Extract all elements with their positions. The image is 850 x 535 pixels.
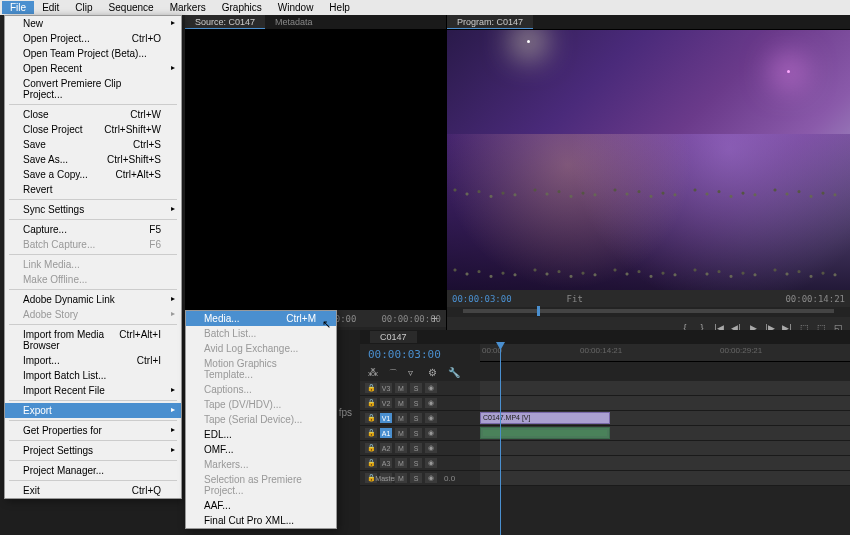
solo-icon[interactable]: S xyxy=(410,398,422,408)
mute-icon[interactable]: M xyxy=(395,443,407,453)
track-row: 🔒A2MS◉ xyxy=(360,441,850,456)
menu-graphics[interactable]: Graphics xyxy=(214,1,270,14)
mute-icon[interactable]: M xyxy=(395,473,407,483)
menu-item[interactable]: Convert Premiere Clip Project... xyxy=(5,76,181,102)
marker-icon[interactable]: ▿ xyxy=(408,367,420,379)
track-content[interactable]: C0147.MP4 [V] xyxy=(480,411,850,425)
submenu-item[interactable]: OMF... xyxy=(186,442,336,457)
lock-icon[interactable]: 🔒 xyxy=(365,458,377,468)
menu-item: Adobe Story xyxy=(5,307,181,322)
eye-icon[interactable]: ◉ xyxy=(425,413,437,423)
file-menu: NewOpen Project...Ctrl+OOpen Team Projec… xyxy=(4,15,182,499)
track-toggle[interactable]: A1 xyxy=(380,428,392,438)
menu-markers[interactable]: Markers xyxy=(162,1,214,14)
eye-icon[interactable]: ◉ xyxy=(425,428,437,438)
timeline-ruler[interactable]: 00:00 00:00:14:21 00:00:29:21 xyxy=(480,344,850,362)
menu-item[interactable]: Import from Media BrowserCtrl+Alt+I xyxy=(5,327,181,353)
menu-item: Make Offline... xyxy=(5,272,181,287)
program-tab[interactable]: Program: C0147 xyxy=(447,15,533,29)
eye-icon[interactable]: ◉ xyxy=(425,458,437,468)
menu-item[interactable]: Get Properties for xyxy=(5,423,181,438)
menu-item[interactable]: Open Team Project (Beta)... xyxy=(5,46,181,61)
mute-icon[interactable]: M xyxy=(395,413,407,423)
lock-icon[interactable]: 🔒 xyxy=(365,413,377,423)
menu-file[interactable]: File xyxy=(2,1,34,14)
track-toggle[interactable]: A2 xyxy=(380,443,392,453)
track-content[interactable] xyxy=(480,471,850,485)
menu-item[interactable]: Project Settings xyxy=(5,443,181,458)
menu-item[interactable]: Close ProjectCtrl+Shift+W xyxy=(5,122,181,137)
program-monitor[interactable] xyxy=(447,30,850,290)
submenu-item[interactable]: Final Cut Pro XML... xyxy=(186,513,336,528)
eye-icon[interactable]: ◉ xyxy=(425,443,437,453)
linked-icon[interactable]: ⌒ xyxy=(388,367,400,379)
menu-item[interactable]: Sync Settings xyxy=(5,202,181,217)
solo-icon[interactable]: S xyxy=(410,428,422,438)
menu-item[interactable]: Import Batch List... xyxy=(5,368,181,383)
eye-icon[interactable]: ◉ xyxy=(425,473,437,483)
snap-icon[interactable]: ⁂ xyxy=(368,367,380,379)
menu-item[interactable]: Project Manager... xyxy=(5,463,181,478)
submenu-item: Avid Log Exchange... xyxy=(186,341,336,356)
track-content[interactable] xyxy=(480,426,850,440)
track-toggle[interactable]: A3 xyxy=(380,458,392,468)
menu-item[interactable]: Export xyxy=(5,403,181,418)
lock-icon[interactable]: 🔒 xyxy=(365,383,377,393)
solo-icon[interactable]: S xyxy=(410,413,422,423)
menu-item[interactable]: Save As...Ctrl+Shift+S xyxy=(5,152,181,167)
menu-item[interactable]: Import Recent File xyxy=(5,383,181,398)
program-scrubber[interactable] xyxy=(463,309,834,313)
mute-icon[interactable]: M xyxy=(395,458,407,468)
menu-item[interactable]: Capture...F5 xyxy=(5,222,181,237)
solo-icon[interactable]: S xyxy=(410,473,422,483)
program-tc[interactable]: 00:00:03:00 xyxy=(452,294,512,304)
track-toggle[interactable]: Master xyxy=(380,473,392,483)
menu-item[interactable]: SaveCtrl+S xyxy=(5,137,181,152)
track-content[interactable] xyxy=(480,396,850,410)
source-tab[interactable]: Source: C0147 xyxy=(185,15,265,29)
menu-item[interactable]: Adobe Dynamic Link xyxy=(5,292,181,307)
track-content[interactable] xyxy=(480,441,850,455)
wrench-icon[interactable]: 🔧 xyxy=(448,367,460,379)
menu-window[interactable]: Window xyxy=(270,1,322,14)
menu-item[interactable]: Open Project...Ctrl+O xyxy=(5,31,181,46)
track-toggle[interactable]: V3 xyxy=(380,383,392,393)
track-row: 🔒A1MS◉ xyxy=(360,426,850,441)
timeline-tc[interactable]: 00:00:03:00 xyxy=(360,344,480,365)
eye-icon[interactable]: ◉ xyxy=(425,398,437,408)
menu-clip[interactable]: Clip xyxy=(67,1,100,14)
add-icon[interactable]: + xyxy=(431,312,438,326)
solo-icon[interactable]: S xyxy=(410,383,422,393)
track-toggle[interactable]: V1 xyxy=(380,413,392,423)
lock-icon[interactable]: 🔒 xyxy=(365,443,377,453)
menu-item[interactable]: Open Recent xyxy=(5,61,181,76)
menu-item[interactable]: Save a Copy...Ctrl+Alt+S xyxy=(5,167,181,182)
menu-item[interactable]: New xyxy=(5,16,181,31)
track-content[interactable] xyxy=(480,456,850,470)
track-toggle[interactable]: V2 xyxy=(380,398,392,408)
playhead[interactable] xyxy=(500,344,501,535)
lock-icon[interactable]: 🔒 xyxy=(365,398,377,408)
menu-item[interactable]: Revert xyxy=(5,182,181,197)
mute-icon[interactable]: M xyxy=(395,398,407,408)
submenu-item[interactable]: EDL... xyxy=(186,427,336,442)
track-content[interactable] xyxy=(480,381,850,395)
menu-edit[interactable]: Edit xyxy=(34,1,67,14)
metadata-tab[interactable]: Metadata xyxy=(265,15,323,29)
lock-icon[interactable]: 🔒 xyxy=(365,428,377,438)
sequence-tab[interactable]: C0147 xyxy=(370,331,417,343)
menu-help[interactable]: Help xyxy=(321,1,358,14)
mute-icon[interactable]: M xyxy=(395,428,407,438)
settings-icon[interactable]: ⚙ xyxy=(428,367,440,379)
menu-item[interactable]: Import...Ctrl+I xyxy=(5,353,181,368)
solo-icon[interactable]: S xyxy=(410,443,422,453)
fit-label[interactable]: Fit xyxy=(567,294,583,304)
submenu-item[interactable]: AAF... xyxy=(186,498,336,513)
submenu-item[interactable]: Media...Ctrl+M xyxy=(186,311,336,326)
eye-icon[interactable]: ◉ xyxy=(425,383,437,393)
solo-icon[interactable]: S xyxy=(410,458,422,468)
menu-sequence[interactable]: Sequence xyxy=(101,1,162,14)
menu-item[interactable]: CloseCtrl+W xyxy=(5,107,181,122)
mute-icon[interactable]: M xyxy=(395,383,407,393)
menu-item[interactable]: ExitCtrl+Q xyxy=(5,483,181,498)
